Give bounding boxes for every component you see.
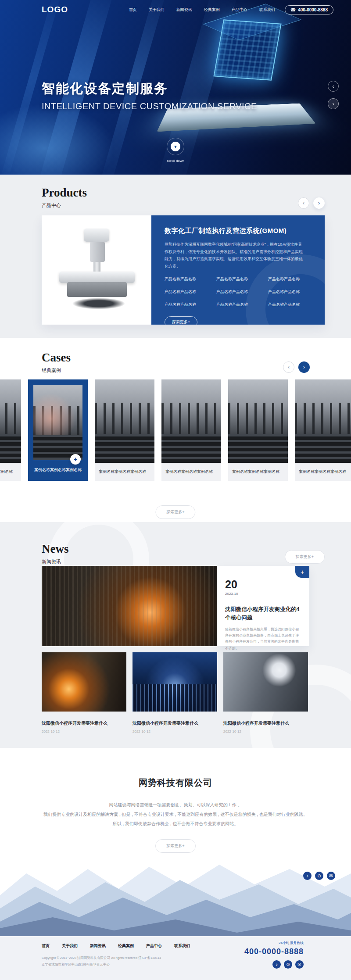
company-name: 网势科技有限公司 [0,748,351,789]
footer-link-cases[interactable]: 经典案例 [118,943,134,949]
wechat-icon[interactable]: ✉ [295,960,304,969]
footer-link-products[interactable]: 产品中心 [146,943,162,949]
nav-item-contact[interactable]: 联系我们 [259,7,275,13]
case-card[interactable]: 案例名称案例名称案例名称 [161,379,221,481]
news-image [133,652,217,712]
news-heading-block: News 新闻资讯 [42,542,69,565]
news-item[interactable]: 沈阳微信小程序开发需要注意什么 2022-10-12 [133,652,217,733]
product-name-link[interactable]: 产品名称产品名称 [165,302,213,308]
nav-item-products[interactable]: 产品中心 [232,7,247,13]
nav-item-about[interactable]: 关于我们 [149,7,165,13]
weibo-icon[interactable]: ⊙ [315,872,323,880]
douyin-icon[interactable]: ♪ [272,960,281,969]
nav-item-cases[interactable]: 经典案例 [204,7,220,13]
company-intro-line: 所以 , 我们即使放弃合作机会 , 也不会做不符合专业要求的网站。 [0,819,351,829]
products-prev-button[interactable]: ‹ [298,197,309,209]
page: LOGO 首页 关于我们 新闻资讯 经典案例 产品中心 联系我们 ☎ 400-0… [0,0,351,980]
news-heading: News [42,542,69,556]
products-more-button[interactable]: 探索更多+ [165,316,197,325]
cases-prev-button[interactable]: ‹ [283,361,294,373]
chevron-left-icon: ‹ [303,200,304,206]
product-name-link[interactable]: 产品名称产品名称 [165,276,213,282]
news-date: 2022-10-12 [223,730,308,733]
nav-item-home[interactable]: 首页 [129,7,137,13]
case-card[interactable]: 案例名称案例名称案例名称 [228,379,288,481]
news-title[interactable]: 沈阳微信小程序开发需要注意什么 [223,720,308,726]
company-more-button[interactable]: 探索更多+ [155,839,195,853]
product-info-panel: 数字化工厂制造执行及营运系统(GMOM) 网势科技作为深耕互联网数字化领域的“国… [151,215,325,325]
news-image [223,652,308,712]
chevron-right-icon: › [318,200,320,206]
nav-item-news[interactable]: 新闻资讯 [176,7,192,13]
case-card[interactable]: 案例名称案例名称案例名称 [295,379,351,481]
main-nav: 首页 关于我们 新闻资讯 经典案例 产品中心 联系我们 [129,7,275,13]
products-next-button[interactable]: › [313,197,325,209]
wechat-icon[interactable]: ✉ [327,872,335,880]
news-more-button[interactable]: 探索更多+ [285,550,325,564]
social-icons: ♪ ⊙ ✉ [303,872,335,880]
company-intro-line: 网站建设与网络营销是一项需要创意、策划、可以深入研究的工作 。 [0,800,351,810]
header-phone-button[interactable]: ☎ 400-0000-8888 [285,5,333,14]
sun-glow [33,385,82,460]
device-base [67,282,127,297]
news-item[interactable]: 沈阳微信小程序开发需要注意什么 2022-10-12 [42,652,126,733]
footer-left: 首页 关于我们 新闻资讯 经典案例 产品中心 联系我们 Copyright © … [42,943,190,967]
copyright-text: Copyright © 2011~2023 沈阳网势科技有限公司 All rig… [42,956,190,960]
case-image [33,385,82,460]
company-intro-line: 我们提供专业的设计及相应的解决方案 , 但是 , 不符合专业设计要求 , 不能达… [0,810,351,819]
hero-prev-button[interactable]: ‹ [328,81,339,92]
cases-more-button[interactable]: 探索更多+ [155,505,195,519]
news-title[interactable]: 沈阳微信小程序开发需要注意什么 [133,720,217,726]
hero-title: 智能化设备定制服务 [42,80,257,98]
scroll-down-control[interactable]: ▾ scroll down [167,138,184,163]
cases-heading: Cases [42,351,71,365]
featured-news-date: 2023-10 [225,592,301,596]
featured-news-excerpt: 随着微信小程序越来越火爆，挑选沈阳微信小程序开发的企业也越来越多，而市面上也诞生… [225,626,301,652]
case-card[interactable]: 案例名称案例名称案例名称 [95,379,154,481]
cases-carousel: 案例名称案例名称案例名称 + 案例名称案例名称案例名称 案例名称案例名称案例名称… [0,379,351,481]
cases-heading-block: Cases 经典案例 [42,351,71,374]
case-card-active[interactable]: + 案例名称案例名称案例名称 [28,379,88,481]
products-subheading: 产品中心 [42,202,87,209]
case-image [228,379,288,463]
weibo-icon[interactable]: ⊙ [284,960,292,969]
news-more-wrap: 探索更多+ [285,550,325,564]
featured-news[interactable]: + 20 2023-10 沈阳微信小程序开发商业化的4个核心问题 随着微信小程序… [42,566,309,646]
case-image [0,379,21,463]
news-title[interactable]: 沈阳微信小程序开发需要注意什么 [42,720,126,726]
hero-text-block: 智能化设备定制服务 INTELLIGENT DEVICE CUSTOMIZATI… [42,80,257,111]
plus-icon[interactable]: + [295,566,309,578]
products-section: Products 产品中心 ‹ › 数字化工厂制造执行及营运系统(GMOM) 网… [0,175,351,338]
case-label: 案例名称案例名称案例名称 [0,463,21,481]
douyin-icon[interactable]: ♪ [303,872,312,880]
phone-icon: ☎ [290,7,296,12]
device-bed [59,272,135,283]
company-section: 网势科技有限公司 网站建设与网络营销是一项需要创意、策划、可以深入研究的工作 。… [0,748,351,936]
footer-link-about[interactable]: 关于我们 [62,943,78,949]
case-label: 案例名称案例名称案例名称 [161,463,221,481]
footer-link-news[interactable]: 新闻资讯 [90,943,106,949]
cases-carousel-arrows: ‹ › [283,361,310,373]
hero-next-button[interactable]: › [328,98,339,109]
company-intro: 网站建设与网络营销是一项需要创意、策划、可以深入研究的工作 。 我们提供专业的设… [0,800,351,829]
news-date: 2022-10-12 [133,730,217,733]
product-title: 数字化工厂制造执行及营运系统(GMOM) [165,227,312,235]
logo[interactable]: LOGO [42,5,68,14]
product-name-link[interactable]: 产品名称产品名称 [165,289,213,295]
plus-icon[interactable]: + [70,454,81,465]
cases-next-button[interactable]: › [298,361,310,373]
scroll-ring: ▾ [167,138,184,155]
news-item[interactable]: 沈阳微信小程序开发需要注意什么 2022-10-12 [223,652,308,733]
featured-news-title[interactable]: 沈阳微信小程序开发商业化的4个核心问题 [225,605,301,622]
case-label: 案例名称案例名称案例名称 [228,463,288,481]
mountain-illustration [0,842,351,936]
company-more-wrap: 探索更多+ [0,839,351,853]
chevron-left-icon: ‹ [333,83,334,89]
products-heading-block: Products 产品中心 [42,186,87,209]
products-heading: Products [42,186,87,200]
case-card[interactable]: 案例名称案例名称案例名称 [0,379,21,481]
header-phone-number: 400-0000-8888 [298,7,328,12]
hotline-number: 400-0000-8888 [244,947,304,956]
footer-link-contact[interactable]: 联系我们 [174,943,190,949]
footer-link-home[interactable]: 首页 [42,943,50,949]
